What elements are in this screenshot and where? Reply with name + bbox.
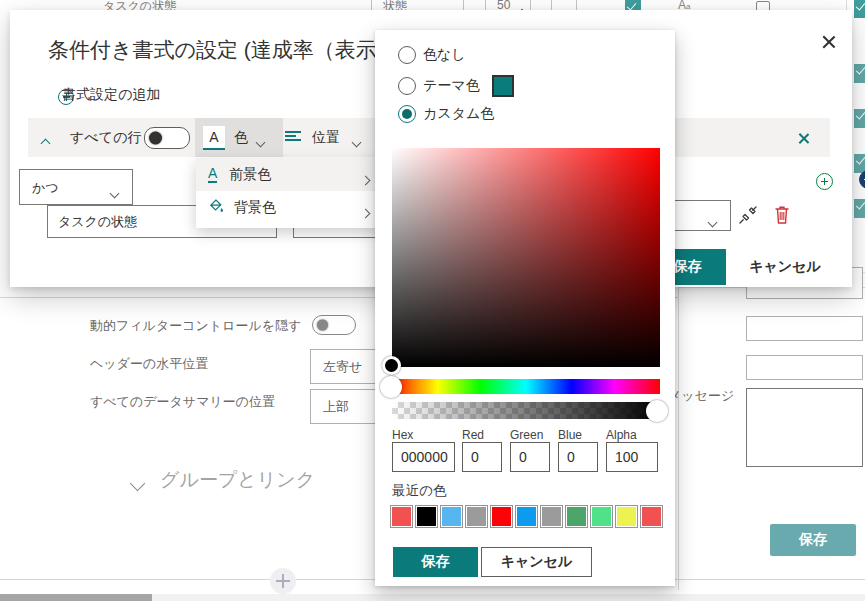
column-divider bbox=[551, 0, 552, 10]
green-input[interactable] bbox=[510, 442, 550, 472]
chevron-down-icon[interactable] bbox=[132, 475, 143, 493]
color-dropdown-label: 色 bbox=[234, 129, 248, 147]
menu-item-label: 前景色 bbox=[229, 166, 271, 184]
green-label: Green bbox=[510, 428, 543, 442]
font-color-icon: A bbox=[203, 126, 225, 150]
side-input-2[interactable] bbox=[746, 355, 863, 380]
chevron-down-icon bbox=[709, 212, 716, 230]
menu-item-background-color[interactable]: 背景色 bbox=[196, 191, 396, 224]
rule-row-toggle[interactable] bbox=[144, 127, 190, 149]
delete-condition-icon[interactable] bbox=[773, 204, 791, 225]
color-type-menu: A 前景色 背景色 bbox=[196, 158, 396, 228]
column-divider bbox=[371, 0, 372, 10]
alpha-label: Alpha bbox=[606, 428, 637, 442]
add-row-button[interactable] bbox=[270, 568, 296, 594]
radio-icon bbox=[398, 46, 416, 64]
recent-color-swatch[interactable] bbox=[440, 505, 463, 528]
table-header-fragment: タスクの状態 状態 50 Aa bbox=[0, 0, 865, 10]
alpha-knob[interactable] bbox=[646, 400, 668, 422]
font-color-icon: A bbox=[208, 166, 217, 183]
plus-icon bbox=[270, 568, 296, 594]
recent-color-swatch[interactable] bbox=[515, 505, 538, 528]
column-divider bbox=[576, 0, 577, 10]
message-label: メッセージ bbox=[668, 387, 734, 405]
position-dropdown-button[interactable]: 位置 bbox=[275, 118, 383, 157]
hide-filter-toggle[interactable] bbox=[312, 315, 356, 335]
radio-icon bbox=[398, 77, 416, 95]
option-label: カスタム色 bbox=[423, 105, 494, 123]
side-input-1[interactable] bbox=[746, 316, 863, 341]
color-dropdown-button[interactable]: A 色 bbox=[195, 118, 283, 157]
position-dropdown-label: 位置 bbox=[312, 129, 340, 147]
hide-filter-label: 動的フィルターコントロールを隠す bbox=[90, 317, 301, 335]
collapse-chevron-icon[interactable] bbox=[42, 133, 49, 151]
recent-colors-row bbox=[390, 505, 663, 528]
recent-color-swatch[interactable] bbox=[590, 505, 613, 528]
hue-slider[interactable] bbox=[392, 379, 660, 394]
dialog-cancel-button[interactable]: キャンセル bbox=[737, 249, 833, 285]
recent-color-swatch[interactable] bbox=[390, 505, 413, 528]
column-divider bbox=[463, 0, 464, 10]
hex-label: Hex bbox=[392, 428, 413, 442]
alpha-slider[interactable] bbox=[392, 402, 660, 419]
chevron-down-icon bbox=[257, 132, 264, 150]
red-input[interactable] bbox=[462, 442, 502, 472]
column-divider bbox=[485, 0, 486, 10]
chevron-right-icon bbox=[362, 204, 369, 220]
message-textarea[interactable] bbox=[746, 388, 863, 467]
panel-save-button[interactable]: 保存 bbox=[770, 524, 856, 556]
chevron-down-icon bbox=[353, 132, 360, 150]
recent-color-swatch[interactable] bbox=[565, 505, 588, 528]
checkbox-checked[interactable] bbox=[854, 64, 865, 83]
color-picker-panel: 色なし テーマ色 カスタム色 Hex Red Green Blue Alpha … bbox=[375, 30, 675, 586]
option-no-color[interactable]: 色なし bbox=[398, 46, 466, 64]
hex-input[interactable] bbox=[392, 442, 455, 472]
picker-cancel-button[interactable]: キャンセル bbox=[481, 547, 592, 577]
option-custom-color[interactable]: カスタム色 bbox=[398, 105, 494, 123]
group-link-section-header[interactable]: グループとリンク bbox=[160, 467, 315, 493]
menu-item-foreground-color[interactable]: A 前景色 bbox=[196, 158, 396, 191]
checkbox-checked[interactable] bbox=[854, 109, 865, 128]
rule-row-label: すべての行 bbox=[70, 129, 141, 147]
scrollbar-thumb[interactable] bbox=[0, 594, 152, 601]
add-format-button[interactable]: 書式設定の追加 bbox=[62, 86, 160, 104]
bind-value-icon[interactable] bbox=[738, 205, 758, 225]
checkbox-checked[interactable] bbox=[854, 0, 865, 18]
recent-color-swatch[interactable] bbox=[615, 505, 638, 528]
close-icon[interactable] bbox=[820, 34, 836, 50]
align-icon bbox=[285, 131, 301, 143]
option-label: 色なし bbox=[423, 46, 466, 64]
checkbox-checked[interactable] bbox=[854, 199, 865, 218]
picker-save-button[interactable]: 保存 bbox=[393, 547, 478, 577]
recent-color-swatch[interactable] bbox=[540, 505, 563, 528]
recent-color-swatch[interactable] bbox=[490, 505, 513, 528]
recent-color-swatch[interactable] bbox=[640, 505, 663, 528]
operator-value: かつ bbox=[32, 179, 59, 197]
hue-knob[interactable] bbox=[380, 376, 402, 398]
chevron-down-icon bbox=[111, 183, 118, 201]
screen: タスクの状態 状態 50 Aa 動的フィルターコントロールを隠す ヘッダーの水平… bbox=[0, 0, 865, 601]
option-label: テーマ色 bbox=[423, 77, 480, 95]
recent-colors-label: 最近の色 bbox=[392, 482, 446, 500]
dialog-title: 条件付き書式の設定 (達成率（表示用 bbox=[48, 36, 398, 64]
summary-position-label: すべてのデータサマリーの位置 bbox=[90, 393, 275, 411]
saturation-value-area[interactable] bbox=[392, 148, 660, 367]
blue-input[interactable] bbox=[558, 442, 598, 472]
blue-label: Blue bbox=[558, 428, 582, 442]
red-label: Red bbox=[462, 428, 484, 442]
chevron-right-icon bbox=[362, 171, 369, 187]
recent-color-swatch[interactable] bbox=[415, 505, 438, 528]
header-position-label: ヘッダーの水平位置 bbox=[90, 355, 208, 373]
menu-item-label: 背景色 bbox=[234, 199, 276, 217]
recent-color-swatch[interactable] bbox=[465, 505, 488, 528]
theme-color-swatch bbox=[492, 75, 514, 97]
delete-rule-icon[interactable] bbox=[796, 132, 809, 145]
radio-icon-selected bbox=[398, 105, 416, 123]
operator-dropdown[interactable]: かつ bbox=[19, 169, 133, 205]
saturation-knob[interactable] bbox=[382, 356, 401, 375]
horizontal-scrollbar[interactable] bbox=[0, 594, 865, 601]
add-condition-icon[interactable] bbox=[816, 173, 833, 190]
paint-bucket-icon bbox=[208, 198, 224, 217]
option-theme-color[interactable]: テーマ色 bbox=[398, 75, 514, 97]
alpha-input[interactable] bbox=[606, 442, 658, 472]
